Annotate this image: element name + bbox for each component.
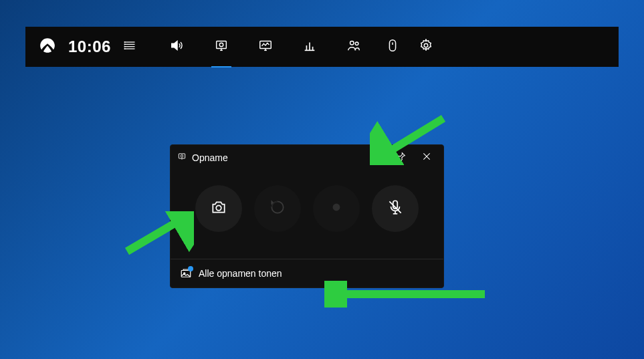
- mouse-button[interactable]: [376, 27, 409, 67]
- gear-icon: [419, 38, 433, 55]
- svg-point-30: [216, 205, 221, 211]
- record-last-icon: [269, 199, 286, 219]
- camera-icon: [210, 199, 227, 219]
- widgets-menu-icon[interactable]: [123, 39, 136, 55]
- speaker-icon: [170, 38, 185, 55]
- panel-title: Opname: [192, 152, 386, 163]
- capture-panel: Opname: [170, 144, 444, 288]
- svg-point-24: [424, 43, 428, 47]
- toolbar-left-group: 10:06: [25, 27, 150, 67]
- bar-chart-icon: [302, 38, 317, 55]
- show-all-captures-button[interactable]: Alle opnamen tonen: [171, 259, 443, 287]
- chart-button[interactable]: [288, 27, 332, 67]
- svg-rect-25: [179, 154, 185, 158]
- pin-button[interactable]: [391, 148, 411, 168]
- clock-time: 10:06: [68, 37, 111, 56]
- svg-point-26: [181, 155, 183, 158]
- notification-dot: [188, 266, 193, 271]
- start-record-button[interactable]: [313, 185, 360, 232]
- close-icon: [421, 151, 432, 164]
- svg-point-32: [333, 204, 340, 211]
- svg-point-6: [124, 46, 125, 47]
- record-dot-icon: [328, 199, 345, 219]
- mic-toggle-button[interactable]: [372, 185, 419, 232]
- screenshot-button[interactable]: [195, 185, 242, 232]
- panel-header: Opname: [171, 145, 443, 170]
- record-last-button[interactable]: [254, 185, 301, 232]
- capture-button[interactable]: [199, 27, 243, 67]
- svg-point-20: [350, 41, 354, 45]
- capture-icon: [214, 38, 229, 55]
- mic-off-icon: [387, 199, 404, 219]
- gallery-icon: [180, 267, 192, 279]
- capture-icon: [177, 152, 187, 164]
- social-button[interactable]: [332, 27, 376, 67]
- svg-rect-22: [389, 40, 395, 51]
- pin-icon: [396, 151, 407, 164]
- settings-button[interactable]: [409, 27, 443, 67]
- svg-point-5: [124, 44, 125, 45]
- svg-marker-8: [172, 41, 177, 50]
- toolbar-widgets: [155, 27, 443, 67]
- panel-body: [171, 170, 443, 259]
- show-all-captures-label: Alle opnamen tonen: [199, 268, 282, 279]
- svg-point-21: [355, 42, 358, 45]
- svg-point-7: [124, 49, 125, 49]
- audio-button[interactable]: [155, 27, 199, 67]
- svg-point-4: [124, 42, 125, 43]
- people-icon: [346, 38, 361, 55]
- performance-button[interactable]: [243, 27, 288, 67]
- game-bar-toolbar: 10:06: [25, 27, 619, 67]
- close-button[interactable]: [417, 148, 437, 168]
- mouse-icon: [385, 38, 400, 55]
- svg-point-10: [219, 43, 223, 47]
- performance-icon: [258, 38, 273, 55]
- xbox-icon[interactable]: [39, 37, 56, 57]
- svg-rect-9: [217, 41, 227, 49]
